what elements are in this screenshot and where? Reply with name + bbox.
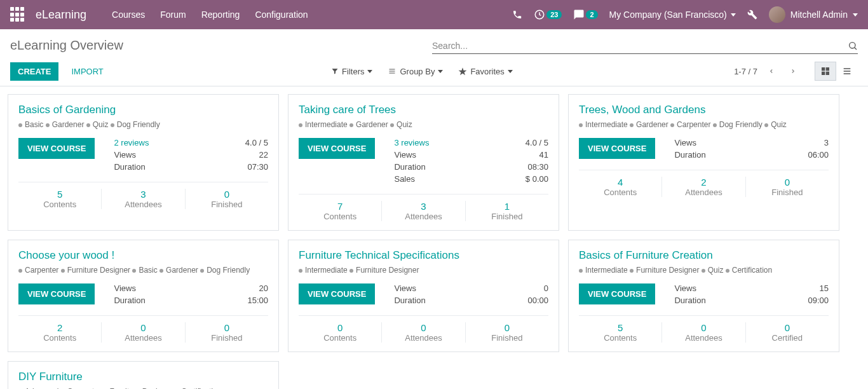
kanban-view-button[interactable] <box>815 62 836 81</box>
phone-icon[interactable] <box>512 10 522 20</box>
card-tags: Basic Gardener Quiz Dog Friendly <box>18 120 268 129</box>
course-card: Basics of Furniture CreationIntermediate… <box>568 240 839 352</box>
svg-rect-4 <box>822 72 825 75</box>
view-course-button[interactable]: VIEW COURSE <box>299 138 375 159</box>
search-icon[interactable] <box>848 41 858 51</box>
groupby-button[interactable]: Group By <box>388 67 443 76</box>
view-course-button[interactable]: VIEW COURSE <box>18 138 95 159</box>
footer-cell[interactable]: 0Certified <box>746 322 829 343</box>
card-footer: 0Contents0Attendees0Finished <box>299 315 548 343</box>
footer-cell[interactable]: 2Contents <box>18 322 102 343</box>
reviews-link[interactable]: 2 reviews <box>114 138 149 147</box>
chevron-down-icon <box>853 13 858 17</box>
view-course-button[interactable]: VIEW COURSE <box>579 283 655 304</box>
nav-menu: Courses Forum Reporting Configuration <box>112 10 308 20</box>
chevron-down-icon <box>508 70 513 73</box>
star-icon <box>458 67 467 76</box>
card-tags: Carpenter Furniture Designer Basic Garde… <box>18 266 268 275</box>
card-stats: Views0Duration00:00 <box>394 283 548 305</box>
footer-cell[interactable]: 4Contents <box>579 177 662 197</box>
footer-cell[interactable]: 7Contents <box>299 201 382 221</box>
nav-configuration[interactable]: Configuration <box>255 10 308 20</box>
user-name: Mitchell Admin <box>790 10 848 20</box>
card-footer: 7Contents3Attendees1Finished <box>299 194 548 221</box>
chevron-down-icon <box>731 13 736 17</box>
footer-cell[interactable]: 3Attendees <box>102 189 185 209</box>
card-title[interactable]: Furniture Technical Specifications <box>299 249 548 262</box>
card-footer: 5Contents3Attendees0Finished <box>18 182 268 209</box>
course-card: DIY FurnitureAdvanced Carpenter Furnitur… <box>8 361 279 389</box>
activity-icon[interactable]: 23 <box>534 9 562 20</box>
footer-cell[interactable]: 1Finished <box>466 201 548 221</box>
topbar: eLearning Courses Forum Reporting Config… <box>0 0 868 29</box>
brand-label: eLearning <box>36 8 86 22</box>
footer-cell[interactable]: 0Attendees <box>102 322 185 343</box>
footer-cell[interactable]: 2Attendees <box>662 177 745 197</box>
filters-button[interactable]: Filters <box>331 67 372 76</box>
pager-prev[interactable] <box>764 64 779 79</box>
apps-icon[interactable] <box>10 7 25 22</box>
footer-cell[interactable]: 5Contents <box>18 189 102 209</box>
svg-rect-2 <box>822 67 825 71</box>
footer-cell[interactable]: 0Contents <box>299 322 382 343</box>
card-title[interactable]: DIY Furniture <box>18 371 268 383</box>
card-title[interactable]: Taking care of Trees <box>299 104 548 116</box>
page-title: eLearning Overview <box>10 38 123 53</box>
company-selector[interactable]: My Company (San Francisco) <box>609 10 736 20</box>
cards-container: Basics of GardeningBasic Gardener Quiz D… <box>8 94 860 389</box>
view-course-button[interactable]: VIEW COURSE <box>299 283 375 304</box>
card-footer: 2Contents0Attendees0Finished <box>18 315 268 343</box>
footer-cell[interactable]: 0Finished <box>466 322 548 343</box>
avatar <box>769 6 785 23</box>
card-title[interactable]: Choose your wood ! <box>18 249 268 262</box>
card-title[interactable]: Basics of Furniture Creation <box>579 249 829 262</box>
nav-courses[interactable]: Courses <box>112 10 145 20</box>
user-menu[interactable]: Mitchell Admin <box>769 6 858 23</box>
view-course-button[interactable]: VIEW COURSE <box>579 138 655 159</box>
card-stats: 2 reviews4.0 / 5Views22Duration07:30 <box>114 138 268 172</box>
company-name: My Company (San Francisco) <box>609 10 727 20</box>
card-stats: Views15Duration09:00 <box>674 283 829 305</box>
card-tags: Intermediate Furniture Designer Quiz Cer… <box>579 266 829 275</box>
card-stats: Views3Duration06:00 <box>674 138 829 160</box>
footer-cell[interactable]: 0Attendees <box>662 322 745 343</box>
content-area[interactable]: Basics of GardeningBasic Gardener Quiz D… <box>0 86 868 389</box>
reviews-link[interactable]: 3 reviews <box>394 138 429 147</box>
activity-badge: 23 <box>546 10 562 19</box>
list-view-button[interactable] <box>836 62 858 81</box>
footer-cell[interactable]: 0Finished <box>746 177 829 197</box>
view-course-button[interactable]: VIEW COURSE <box>18 283 95 304</box>
nav-reporting[interactable]: Reporting <box>201 10 240 20</box>
pager-text: 1-7 / 7 <box>734 67 757 76</box>
control-panel: eLearning Overview CREATE IMPORT Filters… <box>0 29 868 86</box>
kanban-icon <box>820 66 831 76</box>
svg-point-1 <box>850 43 855 48</box>
footer-cell[interactable]: 0Finished <box>186 189 268 209</box>
footer-cell[interactable]: 0Attendees <box>382 322 465 343</box>
list-icon <box>388 67 397 75</box>
course-card: Taking care of TreesIntermediate Gardene… <box>288 94 559 231</box>
card-title[interactable]: Trees, Wood and Gardens <box>579 104 829 116</box>
debug-icon[interactable] <box>747 10 757 20</box>
pager-next[interactable] <box>785 64 801 79</box>
import-button[interactable]: IMPORT <box>65 62 109 81</box>
create-button[interactable]: CREATE <box>10 62 58 81</box>
chevron-down-icon <box>438 70 443 73</box>
chevron-down-icon <box>367 70 372 73</box>
card-tags: Intermediate Furniture Designer <box>299 266 548 275</box>
card-stats: Views20Duration15:00 <box>114 283 268 305</box>
footer-cell[interactable]: 5Contents <box>579 322 662 343</box>
nav-forum[interactable]: Forum <box>160 10 186 20</box>
search-input[interactable] <box>432 38 848 53</box>
course-card: Furniture Technical SpecificationsInterm… <box>288 240 559 352</box>
funnel-icon <box>331 67 339 75</box>
card-footer: 4Contents2Attendees0Finished <box>579 170 829 197</box>
card-title[interactable]: Basics of Gardening <box>18 104 268 116</box>
course-card: Trees, Wood and GardensIntermediate Gard… <box>568 94 839 231</box>
card-tags: Intermediate Gardener Quiz <box>299 120 548 129</box>
footer-cell[interactable]: 0Finished <box>186 322 268 343</box>
favorites-button[interactable]: Favorites <box>458 67 512 76</box>
footer-cell[interactable]: 3Attendees <box>382 201 465 221</box>
messages-icon[interactable]: 2 <box>573 9 597 20</box>
card-tags: Intermediate Gardener Carpenter Dog Frie… <box>579 120 829 129</box>
